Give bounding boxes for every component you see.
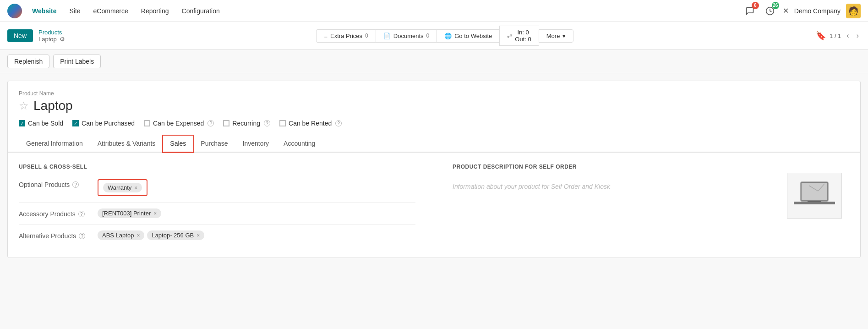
alternative-products-help-icon[interactable]: ? [79,233,85,239]
company-name[interactable]: Demo Company [794,7,841,15]
recurring-checkbox[interactable]: Recurring ? [223,120,270,127]
globe-icon: 🌐 [444,33,452,39]
printer-remove-icon[interactable]: × [153,210,157,217]
recurring-label: Recurring [232,120,260,127]
breadcrumb: Products Laptop ⚙ [38,29,65,43]
can-be-purchased-checkbox[interactable]: Can be Purchased [72,120,135,127]
go-to-website-button[interactable]: 🌐 Go to Website [437,29,499,43]
optional-products-label: Optional Products ? [19,179,92,188]
tab-general-information[interactable]: General Information [19,135,90,153]
pager-next-button[interactable]: › [855,31,861,41]
alternative-products-value: ABS Laptop × Laptop- 256 GB × [98,230,415,240]
printer-tag-label: [RENT003] Printer [102,210,151,217]
user-avatar[interactable]: 🧑 [846,4,861,18]
alternative-products-label: Alternative Products ? [19,230,92,240]
arrows-icon: ⇄ [507,33,512,39]
tab-content-sales: UPSELL & CROSS-SELL Optional Products ? … [8,153,860,258]
can-be-purchased-box [72,120,79,126]
nav-item-configuration[interactable]: Configuration [176,5,225,17]
can-be-expensed-checkbox[interactable]: Can be Expensed ? [144,120,214,127]
main-content: Product Name ☆ Laptop Can be Sold Can be… [7,81,861,258]
more-button[interactable]: More ▾ [539,29,574,43]
tabs-row: General Information Attributes & Variant… [8,135,860,153]
accessory-products-help-icon[interactable]: ? [78,211,85,217]
recurring-box [223,120,229,126]
chevron-down-icon: ▾ [562,33,566,39]
breadcrumb-current: Laptop ⚙ [38,36,65,43]
action-bar: Replenish Print Labels [0,50,868,73]
new-button[interactable]: New [7,29,33,42]
messages-icon-btn[interactable]: 6 [742,4,757,18]
can-be-purchased-label: Can be Purchased [82,120,135,127]
can-be-sold-label: Can be Sold [28,120,63,127]
pager-prev-button[interactable]: ‹ [845,31,851,41]
breadcrumb-current-label: Laptop [38,36,57,43]
accessory-products-label: Accessory Products ? [19,208,92,218]
pager: 1 / 1 [830,33,841,39]
in-out-button[interactable]: ⇄ In: 0Out: 0 [499,26,538,46]
product-title-row: ☆ Laptop [19,99,849,113]
extra-prices-button[interactable]: ≡ Extra Prices 0 [316,29,375,43]
nav-item-website[interactable]: Website [27,5,62,17]
printer-tag: [RENT003] Printer × [98,208,161,218]
nav-item-reporting[interactable]: Reporting [136,5,175,17]
accessory-products-field: Accessory Products ? [RENT003] Printer × [19,208,415,218]
documents-label: Documents [393,33,424,39]
alternative-products-field: Alternative Products ? ABS Laptop × Lapt… [19,230,415,240]
tab-inventory[interactable]: Inventory [235,135,277,153]
top-navigation: Website Site eCommerce Reporting Configu… [0,0,868,22]
can-be-expensed-help-icon[interactable]: ? [207,120,214,126]
print-labels-button[interactable]: Print Labels [53,55,101,68]
favorite-star-icon[interactable]: ☆ [19,99,29,112]
list-icon: ≡ [324,33,328,39]
documents-button[interactable]: 📄 Documents 0 [376,29,437,43]
checkboxes-row: Can be Sold Can be Purchased Can be Expe… [19,120,849,127]
recurring-help-icon[interactable]: ? [264,120,270,126]
can-be-expensed-box [144,120,150,126]
wrench-icon[interactable]: ✕ [783,6,789,15]
more-label: More [546,33,560,39]
breadcrumb-parent[interactable]: Products [38,29,65,36]
warranty-remove-icon[interactable]: × [134,185,137,191]
nav-items: Website Site eCommerce Reporting Configu… [27,5,742,17]
nav-item-site[interactable]: Site [64,5,86,17]
app-logo[interactable] [7,4,22,18]
clock-icon-btn[interactable]: 26 [763,4,777,18]
go-to-website-label: Go to Website [454,33,492,39]
can-be-rented-help-icon[interactable]: ? [335,120,342,126]
replenish-button[interactable]: Replenish [7,55,49,68]
product-title: Laptop [33,99,73,113]
pager-text: 1 / 1 [830,33,841,39]
nav-item-ecommerce[interactable]: eCommerce [88,5,134,17]
in-out-label: In: 0Out: 0 [515,29,531,43]
can-be-sold-checkbox[interactable]: Can be Sold [19,120,63,127]
abs-laptop-tag-label: ABS Laptop [102,232,134,239]
tab-sales[interactable]: Sales [163,135,193,153]
can-be-rented-checkbox[interactable]: Can be Rented ? [279,120,342,127]
messages-badge: 6 [752,2,759,9]
can-be-expensed-label: Can be Expensed [153,120,204,127]
product-header: Product Name ☆ Laptop Can be Sold Can be… [8,81,860,127]
tab-attributes-variants[interactable]: Attributes & Variants [90,135,163,153]
laptop-256gb-tag-label: Laptop- 256 GB [152,232,194,239]
can-be-sold-box [19,120,25,126]
laptop-256gb-remove-icon[interactable]: × [197,232,200,239]
upsell-section-title: UPSELL & CROSS-SELL [19,164,415,172]
extra-prices-count: 0 [365,33,368,39]
can-be-rented-box [279,120,286,126]
product-thumbnail[interactable] [787,173,842,219]
bookmark-icon[interactable]: 🔖 [816,31,826,41]
optional-products-field: Optional Products ? Warranty × [19,179,415,196]
warranty-tag-label: Warranty [108,184,131,191]
product-name-label: Product Name [19,90,849,97]
documents-count: 0 [426,33,430,39]
settings-gear-icon[interactable]: ⚙ [60,36,65,43]
optional-products-help-icon[interactable]: ? [72,181,79,188]
abs-laptop-remove-icon[interactable]: × [136,232,140,239]
accessory-products-value: [RENT003] Printer × [98,208,415,218]
toolbar: New Products Laptop ⚙ ≡ Extra Prices 0 📄… [0,22,868,50]
tab-accounting[interactable]: Accounting [276,135,322,153]
self-order-section-title: PRODUCT DESCRIPTION FOR SELF ORDER [453,164,849,172]
tab-purchase[interactable]: Purchase [193,135,235,153]
abs-laptop-tag: ABS Laptop × [98,230,144,240]
